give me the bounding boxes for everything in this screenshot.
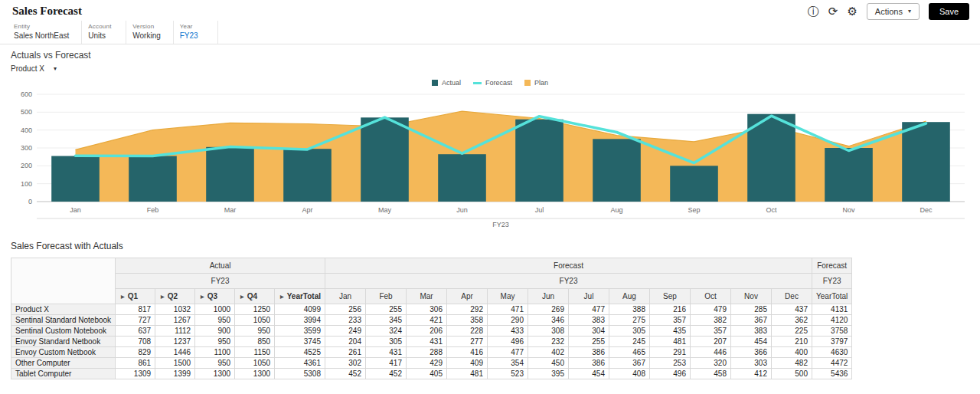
grid-cell[interactable]: 523 <box>488 369 528 379</box>
pov-item-entity[interactable]: Entity Sales NorthEast <box>8 21 82 44</box>
grid-cell[interactable]: 290 <box>488 315 528 326</box>
grid-cell[interactable]: 357 <box>691 326 731 337</box>
refresh-icon[interactable]: ⟳ <box>828 5 838 17</box>
grid-cell[interactable]: 228 <box>447 326 488 337</box>
grid-cell[interactable]: 481 <box>650 337 691 347</box>
column-header-feb[interactable]: Feb <box>366 289 407 304</box>
column-header-q4[interactable]: ▶Q4 <box>235 289 275 304</box>
grid-cell[interactable]: 435 <box>650 326 691 337</box>
grid-cell[interactable]: 433 <box>488 326 528 337</box>
grid-cell[interactable]: 454 <box>569 369 609 379</box>
grid-cell[interactable]: 3745 <box>275 337 325 347</box>
grid-cell[interactable]: 1100 <box>195 347 235 358</box>
grid-cell[interactable]: 291 <box>650 347 691 358</box>
grid-cell[interactable]: 357 <box>650 315 691 326</box>
grid-cell[interactable]: 4361 <box>275 358 325 369</box>
grid-cell[interactable]: 5436 <box>812 369 852 379</box>
grid-cell[interactable]: 500 <box>772 369 812 379</box>
grid-cell[interactable]: 1267 <box>155 315 195 326</box>
expand-triangle-icon[interactable]: ▶ <box>201 294 204 299</box>
grid-cell[interactable]: 275 <box>609 315 650 326</box>
grid-cell[interactable]: 4099 <box>275 304 325 315</box>
product-selector-dropdown[interactable]: Product X ▾ <box>11 64 57 73</box>
column-header-apr[interactable]: Apr <box>447 289 488 304</box>
pov-item-account[interactable]: Account Units <box>82 21 126 44</box>
column-header-mar[interactable]: Mar <box>407 289 447 304</box>
grid-cell[interactable]: 417 <box>366 358 407 369</box>
column-header-yeartotal[interactable]: YearTotal <box>812 289 852 304</box>
pov-item-version[interactable]: Version Working <box>126 21 174 44</box>
expand-triangle-icon[interactable]: ▶ <box>240 294 244 299</box>
grid-cell[interactable]: 817 <box>116 304 155 315</box>
grid-cell[interactable]: 216 <box>650 304 691 315</box>
expand-triangle-icon[interactable]: ▶ <box>280 294 284 299</box>
column-group-header[interactable]: Forecast <box>325 258 812 274</box>
grid-cell[interactable]: 429 <box>407 358 447 369</box>
grid-cell[interactable]: 400 <box>772 347 812 358</box>
grid-cell[interactable]: 1399 <box>155 369 195 379</box>
grid-cell[interactable]: 950 <box>195 337 235 347</box>
grid-cell[interactable]: 950 <box>235 326 275 337</box>
grid-cell[interactable]: 431 <box>366 347 407 358</box>
column-header-may[interactable]: May <box>488 289 528 304</box>
pov-member-value[interactable]: Working <box>132 31 161 40</box>
grid-cell[interactable]: 708 <box>116 337 155 347</box>
grid-cell[interactable]: 362 <box>772 315 812 326</box>
column-header-jul[interactable]: Jul <box>569 289 609 304</box>
grid-cell[interactable]: 5308 <box>275 369 325 379</box>
grid-cell[interactable]: 253 <box>650 358 691 369</box>
grid-cell[interactable]: 3599 <box>275 326 325 337</box>
grid-cell[interactable]: 304 <box>569 326 609 337</box>
row-header[interactable]: Envoy Standard Netbook <box>11 337 116 347</box>
grid-cell[interactable]: 249 <box>325 326 366 337</box>
grid-cell[interactable]: 388 <box>609 304 650 315</box>
grid-cell[interactable]: 3797 <box>812 337 852 347</box>
grid-cell[interactable]: 383 <box>569 315 609 326</box>
actions-button[interactable]: Actions ▾ <box>867 3 920 20</box>
pov-member-value[interactable]: FY23 <box>180 31 205 40</box>
expand-triangle-icon[interactable]: ▶ <box>161 294 165 299</box>
grid-cell[interactable]: 245 <box>609 337 650 347</box>
grid-cell[interactable]: 437 <box>772 304 812 315</box>
column-header-oct[interactable]: Oct <box>691 289 731 304</box>
grid-cell[interactable]: 431 <box>407 337 447 347</box>
column-subgroup-header[interactable]: FY23 <box>325 274 812 289</box>
grid-cell[interactable]: 452 <box>366 369 407 379</box>
grid-cell[interactable]: 4525 <box>275 347 325 358</box>
grid-cell[interactable]: 727 <box>116 315 155 326</box>
grid-cell[interactable]: 233 <box>325 315 366 326</box>
grid-cell[interactable]: 1150 <box>235 347 275 358</box>
grid-cell[interactable]: 306 <box>407 304 447 315</box>
grid-cell[interactable]: 477 <box>488 347 528 358</box>
save-button[interactable]: Save <box>929 3 969 20</box>
grid-cell[interactable]: 471 <box>488 304 528 315</box>
grid-cell[interactable]: 204 <box>325 337 366 347</box>
grid-cell[interactable]: 255 <box>366 304 407 315</box>
column-header-nov[interactable]: Nov <box>731 289 772 304</box>
grid-cell[interactable]: 386 <box>569 347 609 358</box>
grid-cell[interactable]: 412 <box>731 369 772 379</box>
grid-cell[interactable]: 256 <box>325 304 366 315</box>
grid-cell[interactable]: 367 <box>731 315 772 326</box>
grid-cell[interactable]: 482 <box>772 358 812 369</box>
grid-cell[interactable]: 305 <box>609 326 650 337</box>
column-header-aug[interactable]: Aug <box>609 289 650 304</box>
column-header-yeartotal[interactable]: ▶YearTotal <box>275 289 325 304</box>
expand-triangle-icon[interactable]: ▶ <box>121 294 125 299</box>
grid-cell[interactable]: 1237 <box>155 337 195 347</box>
grid-cell[interactable]: 261 <box>325 347 366 358</box>
column-subgroup-header[interactable]: FY23 <box>116 274 325 289</box>
grid-cell[interactable]: 210 <box>772 337 812 347</box>
grid-cell[interactable]: 1500 <box>155 358 195 369</box>
grid-cell[interactable]: 421 <box>407 315 447 326</box>
grid-cell[interactable]: 1050 <box>235 315 275 326</box>
grid-cell[interactable]: 4120 <box>812 315 852 326</box>
gear-icon[interactable]: ⚙ <box>847 5 857 17</box>
grid-cell[interactable]: 232 <box>528 337 569 347</box>
row-header[interactable]: Tablet Computer <box>11 369 116 379</box>
grid-cell[interactable]: 1309 <box>116 369 155 379</box>
grid-cell[interactable]: 1000 <box>195 304 235 315</box>
row-header[interactable]: Envoy Custom Netbook <box>11 347 116 358</box>
grid-cell[interactable]: 465 <box>609 347 650 358</box>
column-group-header[interactable]: Actual <box>116 258 325 274</box>
